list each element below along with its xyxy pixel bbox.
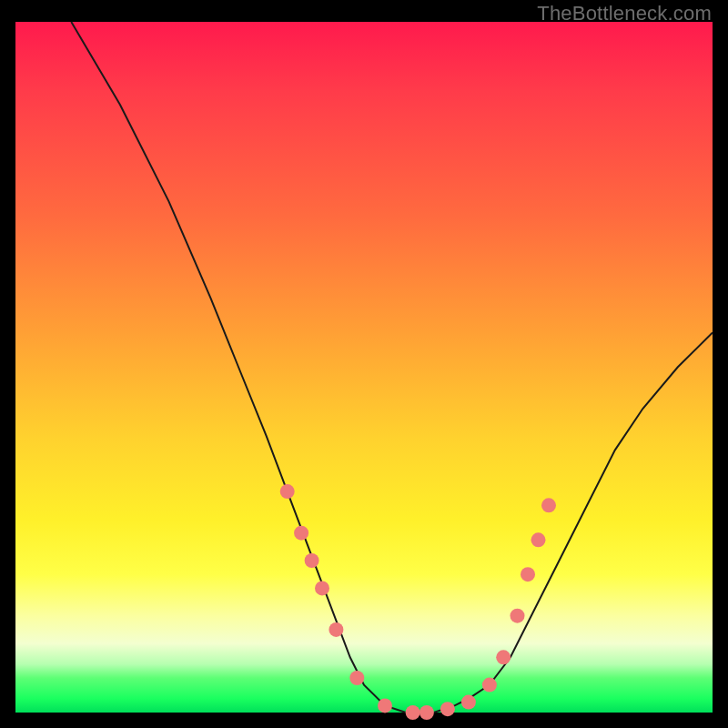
chart-frame [15, 22, 713, 713]
threshold-dot [329, 622, 343, 637]
threshold-dot [280, 484, 295, 499]
threshold-dot [406, 705, 420, 720]
threshold-dot [349, 671, 364, 685]
watermark-text: TheBottleneck.com [537, 2, 712, 25]
threshold-dot-group [280, 484, 556, 720]
threshold-dot [378, 698, 392, 713]
threshold-dot [541, 498, 556, 512]
threshold-dot [531, 532, 546, 547]
threshold-dot [420, 705, 434, 720]
bottleneck-curve [71, 22, 713, 713]
threshold-dot [511, 609, 525, 623]
threshold-dot [496, 650, 511, 664]
threshold-dot [482, 678, 497, 693]
threshold-dot [294, 526, 308, 541]
threshold-dot [315, 581, 329, 595]
threshold-dot [461, 695, 476, 710]
threshold-dot [521, 567, 535, 581]
bottleneck-chart [15, 22, 713, 713]
threshold-dot [440, 702, 455, 716]
threshold-dot [305, 553, 319, 568]
